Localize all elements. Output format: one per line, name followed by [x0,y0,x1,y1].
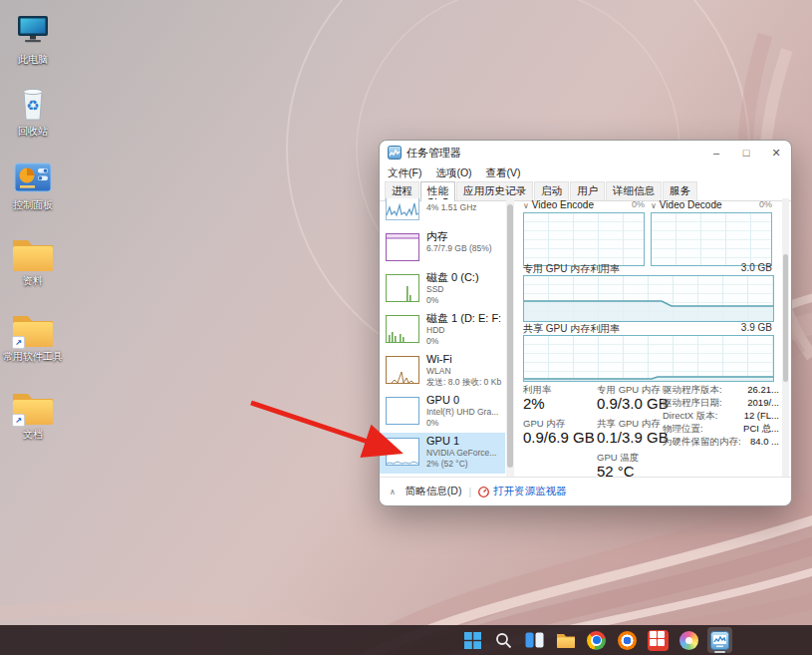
status-bar: ∧ 简略信息(D) | 打开资源监视器 [380,477,791,505]
task-view-button[interactable] [522,627,547,653]
palette-app-button[interactable] [677,627,701,653]
sidebar-scrollbar[interactable] [506,198,514,478]
taskbar [0,625,812,655]
detail-row: 物理位置: PCI 总... [663,423,779,436]
task-manager-app-icon [388,146,402,160]
task-manager-taskbar-button[interactable] [707,627,732,653]
shared-memory-chart [523,335,774,382]
resource-monitor-label: 打开资源监视器 [493,485,567,498]
memory-sparkline [386,233,419,261]
windows-logo-icon [464,632,481,649]
file-explorer-button[interactable] [553,627,578,653]
sidebar-item-sub: WLAN [426,366,505,377]
shared-gpu-memory-value: 0.1/3.9 GB [597,429,669,446]
folder-shortcut-icon: ↗ [2,381,64,427]
scrollbar-thumb[interactable] [507,204,513,468]
detail-row: 为硬件保留的内存: 84.0 ... [663,436,779,449]
minimize-button[interactable]: – [701,141,731,164]
office-app-button[interactable] [646,627,671,653]
desktop-icon-folder-2[interactable]: ↗ 常用软件工具 [2,303,64,362]
taskbar-icon-row [460,627,732,653]
desktop-icon-control-panel[interactable]: 控制面板 [2,152,64,210]
maximize-button[interactable]: □ [731,141,761,164]
menu-bar: 文件(F) 选项(O) 查看(V) [380,164,791,181]
sidebar-item-title: 磁盘 1 (D: E: F: [426,312,505,325]
disk1-sparkline [386,315,419,343]
office-app-icon [648,630,669,651]
fewer-details-toggle[interactable]: 简略信息(D) [406,485,462,498]
chrome-icon [587,631,606,650]
detail-value: PCI 总... [743,423,779,436]
desktop-icon-recycle-bin[interactable]: ♻ 回收站 [2,78,64,137]
icon-label: 此电脑 [2,54,64,65]
icon-label: 文档 [2,429,64,440]
title-bar[interactable]: 任务管理器 – □ ✕ [380,141,791,164]
desktop: 此电脑 ♻ 回收站 [0,0,812,655]
detail-label: DirectX 版本: [663,410,717,423]
red-annotation-arrow [242,393,421,469]
dedicated-memory-header: 专用 GPU 内存利用率 3.0 GB [523,262,772,276]
sidebar-item-title: GPU 0 [426,394,505,407]
shortcut-arrow-icon: ↗ [12,336,25,349]
file-explorer-icon [556,632,576,649]
palette-app-icon [679,631,698,650]
detail-label: 驱动程序日期: [663,397,722,410]
open-resource-monitor-link[interactable]: 打开资源监视器 [478,485,567,498]
gpu-memory-value: 0.9/6.9 GB [523,429,595,446]
chevron-down-icon[interactable]: ∨ [651,201,657,210]
scrollbar-thumb[interactable] [783,254,788,382]
cpu-sparkline [386,198,419,220]
shared-memory-header: 共享 GPU 内存利用率 3.9 GB [523,322,772,336]
wifi-sparkline [386,356,419,384]
shared-memory-max: 3.9 GB [741,322,772,336]
chrome-browser-button[interactable] [584,627,609,653]
task-view-icon [525,632,544,648]
video-decode-chart [651,212,772,266]
control-panel-icon [2,152,64,197]
sidebar-item-cpu[interactable]: CPU 4% 1.51 GHz [380,198,505,228]
detail-value: 12 (FL... [744,410,779,423]
divider: | [468,486,471,497]
recycle-bin-icon: ♻ [2,78,64,124]
chevron-up-icon[interactable]: ∧ [390,488,396,496]
menu-view[interactable]: 查看(V) [486,166,521,180]
sidebar-item-disk1[interactable]: 磁盘 1 (D: E: F: HDD 0% [380,310,505,351]
desktop-icon-this-pc[interactable]: 此电脑 [2,6,64,65]
menu-file[interactable]: 文件(F) [388,166,421,180]
close-button[interactable]: ✕ [761,141,791,164]
sidebar-item-sub: 发送: 8.0 接收: 0 Kb [426,377,505,388]
icon-label: 常用软件工具 [2,351,64,362]
search-icon [495,632,512,649]
search-button[interactable] [491,627,516,653]
chevron-down-icon[interactable]: ∨ [523,201,529,210]
sidebar-item-sub: 0% [426,295,505,306]
desktop-icon-folder-1[interactable]: 资料 [2,227,64,286]
video-decode-group: ∨Video Decode 0% [651,198,772,266]
icon-label: 资料 [2,275,64,286]
folder-shortcut-icon: ↗ [2,303,64,349]
sidebar-item-memory[interactable]: 内存 6.7/7.9 GB (85%) [380,228,505,269]
sidebar-item-sub: NVIDIA GeForce... [426,448,505,459]
window-title: 任务管理器 [406,141,461,164]
menu-options[interactable]: 选项(O) [435,166,471,180]
detail-value: 26.21... [747,384,779,397]
sidebar-item-disk0[interactable]: 磁盘 0 (C:) SSD 0% [380,269,505,310]
caption-buttons: – □ ✕ [701,141,791,164]
video-encode-group: ∨Video Encode 0% [523,198,645,266]
orange-browser-button[interactable] [615,627,640,653]
main-scrollbar[interactable] [782,198,789,478]
disk0-sparkline [386,274,419,302]
this-pc-icon [2,6,64,52]
start-button[interactable] [460,627,485,653]
video-encode-label: Video Encode [532,199,594,210]
resource-monitor-icon [478,487,489,497]
dedicated-memory-chart [523,275,774,322]
detail-row: 驱动程序版本: 26.21... [663,384,779,397]
sidebar-item-sub: 6.7/7.9 GB (85%) [426,243,505,254]
sidebar-item-title: Wi-Fi [426,353,505,366]
desktop-icon-folder-3[interactable]: ↗ 文档 [2,381,64,440]
sidebar-item-wifi[interactable]: Wi-Fi WLAN 发送: 8.0 接收: 0 Kb [380,351,505,392]
task-manager-icon [710,631,729,650]
video-decode-label: Video Decode [660,199,722,210]
video-encode-value: 0% [632,199,645,209]
